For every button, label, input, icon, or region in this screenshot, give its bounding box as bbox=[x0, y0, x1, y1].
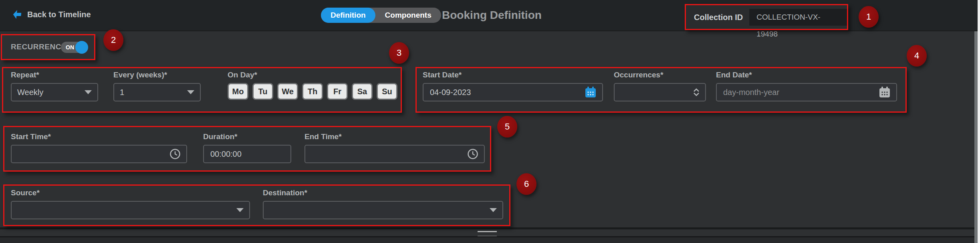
day-button-th[interactable]: Th bbox=[302, 83, 323, 100]
start-time-label: Start Time* bbox=[11, 132, 187, 141]
toggle-knob bbox=[75, 41, 88, 54]
calendar-icon[interactable] bbox=[585, 86, 597, 98]
start-time-input-wrap bbox=[11, 145, 187, 163]
occurrences-stepper[interactable] bbox=[693, 88, 700, 96]
bottom-strip bbox=[0, 237, 978, 243]
every-weeks-select[interactable]: 1 bbox=[113, 83, 201, 101]
end-date-input-wrap bbox=[716, 83, 897, 101]
view-tab-group: Definition Components bbox=[321, 8, 441, 23]
duration-input-wrap bbox=[203, 145, 291, 163]
toggle-state-label: ON bbox=[66, 44, 74, 51]
on-day-label: On Day* bbox=[228, 71, 400, 79]
recurrences-toggle[interactable]: ON bbox=[61, 42, 87, 53]
clock-icon[interactable] bbox=[467, 148, 478, 160]
start-date-field: Start Date* bbox=[423, 71, 603, 101]
back-arrow-icon bbox=[12, 10, 22, 19]
scrollbar-thumb[interactable] bbox=[974, 31, 978, 243]
repeat-label: Repeat* bbox=[11, 71, 98, 79]
occurrences-input[interactable] bbox=[620, 87, 693, 97]
duration-field: Duration* bbox=[203, 132, 291, 163]
start-time-field: Start Time* bbox=[11, 132, 187, 163]
tab-definition[interactable]: Definition bbox=[321, 8, 375, 23]
source-field: Source* bbox=[11, 188, 250, 219]
day-button-group: MoTuWeThFrSaSu bbox=[228, 83, 400, 100]
destination-label: Destination* bbox=[263, 188, 503, 197]
end-time-field: End Time* bbox=[304, 132, 485, 163]
duration-input[interactable] bbox=[210, 149, 285, 159]
day-button-tu[interactable]: Tu bbox=[252, 83, 273, 100]
day-button-sa[interactable]: Sa bbox=[352, 83, 373, 100]
collection-id-label: Collection ID bbox=[694, 13, 743, 22]
page-title: Booking Definition bbox=[442, 9, 542, 22]
destination-select[interactable] bbox=[263, 201, 503, 219]
duration-label: Duration* bbox=[203, 132, 291, 141]
tab-components[interactable]: Components bbox=[375, 8, 441, 23]
repeat-field: Repeat* Weekly bbox=[11, 71, 98, 101]
annotation-circle-2: 2 bbox=[103, 29, 123, 51]
start-time-input[interactable] bbox=[17, 149, 169, 159]
every-weeks-field: Every (weeks)* 1 bbox=[113, 71, 201, 101]
every-weeks-label: Every (weeks)* bbox=[113, 71, 201, 79]
start-date-label: Start Date* bbox=[423, 71, 603, 79]
end-date-input[interactable] bbox=[722, 87, 879, 97]
day-button-mo[interactable]: Mo bbox=[228, 83, 248, 100]
clock-icon[interactable] bbox=[169, 148, 181, 160]
panel-divider bbox=[0, 227, 978, 229]
end-date-label: End Date* bbox=[716, 71, 897, 79]
end-date-field: End Date* bbox=[716, 71, 897, 101]
on-day-field: On Day* MoTuWeThFrSaSu bbox=[228, 71, 400, 100]
annotation-circle-3: 3 bbox=[389, 42, 409, 64]
chevron-down-icon bbox=[187, 90, 194, 94]
annotation-circle-4: 4 bbox=[907, 45, 927, 67]
annotation-circle-5: 5 bbox=[497, 116, 517, 138]
collection-id-group: Collection ID COLLECTION-VX-19498 bbox=[686, 5, 847, 30]
back-label: Back to Timeline bbox=[27, 10, 91, 19]
end-time-input-wrap bbox=[304, 145, 485, 163]
booking-definition-screen: Back to Timeline Definition Components B… bbox=[0, 0, 980, 243]
destination-field: Destination* bbox=[263, 188, 503, 219]
start-date-input-wrap bbox=[423, 83, 603, 101]
every-weeks-value: 1 bbox=[120, 88, 124, 97]
spinner-up-icon bbox=[693, 88, 700, 92]
occurrences-field: Occurrences* bbox=[614, 71, 706, 101]
occurrences-label: Occurrences* bbox=[614, 71, 706, 79]
header-bar: Back to Timeline Definition Components B… bbox=[0, 0, 978, 31]
source-select[interactable] bbox=[11, 201, 250, 219]
day-button-fr[interactable]: Fr bbox=[327, 83, 348, 100]
day-button-we[interactable]: We bbox=[277, 83, 298, 100]
start-date-input[interactable] bbox=[429, 87, 585, 97]
calendar-icon[interactable] bbox=[879, 86, 891, 98]
chevron-down-icon bbox=[85, 90, 92, 94]
annotation-circle-6: 6 bbox=[516, 173, 536, 195]
occurrences-input-wrap bbox=[614, 83, 706, 101]
chevron-down-icon bbox=[236, 208, 244, 212]
collection-id-value: COLLECTION-VX-19498 bbox=[749, 9, 847, 26]
scrollbar-track bbox=[978, 0, 980, 243]
spinner-down-icon bbox=[693, 93, 700, 96]
chevron-down-icon bbox=[490, 208, 497, 212]
repeat-select[interactable]: Weekly bbox=[11, 83, 98, 101]
end-time-label: End Time* bbox=[304, 132, 485, 141]
back-to-timeline-button[interactable]: Back to Timeline bbox=[12, 10, 91, 19]
end-time-input[interactable] bbox=[311, 149, 467, 159]
source-label: Source* bbox=[11, 188, 250, 197]
day-button-su[interactable]: Su bbox=[377, 83, 397, 100]
repeat-value: Weekly bbox=[17, 88, 43, 97]
